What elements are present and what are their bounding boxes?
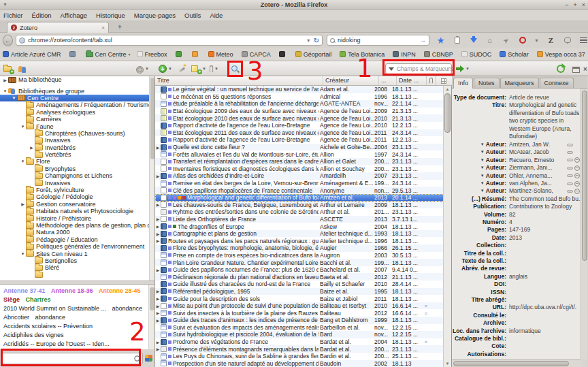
chat-icon[interactable] [563,36,572,45]
downloads-icon[interactable] [469,36,478,45]
item-expander-icon[interactable] [155,310,161,315]
hamburger-menu-icon[interactable] [579,36,588,45]
field-twisty-icon[interactable] [480,141,485,148]
field-value[interactable]: http://dpc.uba.uva.nl/cgi/t/. [509,304,581,311]
item-row[interactable]: Guide des papillons nocturnes de France:… [155,266,444,274]
column-header-creator[interactable]: Créateur [323,76,379,85]
twisty-icon[interactable] [2,78,8,82]
bookmark-item[interactable]: Vespa occa 37 [537,51,587,58]
collection-row[interactable]: Bertignolles [0,257,154,264]
item-expander-icon[interactable] [155,296,161,301]
item-expander-icon[interactable] [155,174,161,178]
field-value[interactable]: Contributions to Zoology [509,203,581,210]
menu-item[interactable]: Outils [184,12,201,19]
field-value[interactable] [509,319,581,327]
remove-creator-icon[interactable]: − [574,181,580,187]
twisty-icon[interactable] [2,89,8,93]
field-value[interactable]: informatique [509,328,581,335]
bookmark-item[interactable]: Scholar [500,51,531,58]
toggle-fullscreen-button[interactable] [572,63,580,74]
bookmark-item[interactable] [192,51,202,57]
collection-row[interactable]: Cen Centre [0,95,154,101]
tab-close-icon[interactable]: × [101,25,105,31]
field-value[interactable]: Recuero, Ernesto [509,157,567,164]
reload-icon[interactable]: ↻ [314,37,319,44]
item-expander-icon[interactable] [155,304,161,308]
collection-row-my-library[interactable]: Ma bibliothèque [0,76,154,83]
site-identity-icon[interactable] [19,37,25,44]
item-row[interactable]: Liste des Orthoptères de France ASCETE 2… [155,216,444,223]
collection-row[interactable]: Natura 2000 [0,229,154,236]
new-tab-button[interactable]: + [114,23,125,32]
collection-row[interactable]: Géologie / Pédologie [0,193,154,200]
collection-row[interactable]: Champignons et Lichens [0,172,154,179]
field-twisty-icon[interactable] [480,148,485,156]
column-header-date[interactable]: Date ... [397,76,427,85]
twisty-icon[interactable] [20,159,26,163]
item-row[interactable]: Guide pour la description des sols Baize… [155,295,444,302]
bookmark-item[interactable] [279,51,289,57]
maximize-button[interactable]: + [573,1,576,8]
window-shade-icon[interactable]: ▼ [3,2,7,7]
tag-search-icon[interactable] [134,355,140,361]
field-value[interactable]: Article de revue [509,94,581,101]
collection-row[interactable]: Vertébrés [0,151,154,158]
item-row[interactable]: Forêts alluviales et îles du Val de Mont… [155,150,444,158]
collection-row[interactable]: Bryophytes [0,165,154,172]
quick-search-dropdown-icon[interactable] [389,67,394,71]
twisty-icon[interactable] [20,252,26,256]
creator-drag-handle[interactable] [567,159,573,161]
sync-button[interactable] [557,63,565,74]
item-expander-icon[interactable] [155,232,161,236]
field-value[interactable]: Arntzen, Jan W. [509,141,567,148]
item-expander-icon[interactable] [155,145,161,150]
field-value[interactable] [509,312,581,319]
collection-row[interactable]: Habitats naturels et Phytosociologie [0,208,154,214]
item-row[interactable]: Rapport d'activité de l'agence de l'eau … [155,136,444,144]
home-icon[interactable]: ⌂ [485,36,494,45]
item-row[interactable]: Suivi et évaluation des impacts des amén… [155,324,444,332]
menu-item[interactable]: Édition [32,12,52,19]
item-row[interactable]: Déclinaison régionale du plan national d… [155,273,444,281]
scroll-up-icon[interactable]: ▲ [444,86,451,93]
field-twisty-icon[interactable] [480,187,485,195]
menu-item[interactable]: Affichage [61,12,87,19]
item-row[interactable]: Les Puys du Chinonais, suivi de la Sabli… [155,353,444,360]
tag[interactable]: abondance [35,313,66,322]
column-header-attachment[interactable] [427,76,436,85]
item-row[interactable]: Quelle est donc cette fleur ? Aichele et… [155,144,444,151]
item-row[interactable]: Prise en compte de trois espèces bio-ind… [155,252,444,259]
field-value[interactable] [509,250,581,257]
minimize-button[interactable]: − [565,1,568,8]
field-value[interactable] [509,257,581,265]
field-value[interactable] [509,342,581,350]
collection-row[interactable]: Bibliothèques de groupe [0,87,154,94]
menu-item[interactable]: Historique [96,12,125,19]
field-value[interactable]: anglais [509,273,581,281]
creator-drag-handle[interactable] [567,182,573,185]
scroll-thumb[interactable] [444,93,451,133]
close-zotero-button[interactable]: × [583,63,587,74]
collection-row[interactable]: Forêt, sylviculture [0,187,154,193]
field-twisty-icon[interactable] [480,164,485,172]
field-value[interactable]: Martínez-Solano, [509,187,567,195]
quick-search-box[interactable]: Champs & Marqueurs [385,63,452,74]
creator-drag-handle[interactable] [567,144,573,146]
field-value[interactable] [509,296,581,304]
collection-row[interactable]: Aménagements / Fréquentation / Tourisme [0,101,154,108]
item-row[interactable]: Ryhtme des entrées/sorties dans une colo… [155,208,444,216]
item-row[interactable]: The dragonflies of Europe Askew 2004 18.… [155,223,444,230]
tag[interactable]: Chartres [26,296,51,304]
search-icon[interactable] [330,38,335,43]
twisty-icon[interactable] [11,96,17,100]
item-row[interactable]: Transfert et réimplantation d'espèces ra… [155,158,444,165]
column-header-title[interactable]: Titre [155,76,323,85]
field-value[interactable]: Ziermann, Jani... [509,164,567,172]
new-note-button[interactable]: +▼ [191,63,206,74]
zotero-save-caret-icon[interactable]: ▼ [534,38,539,43]
creator-drag-handle[interactable] [567,174,573,177]
tag[interactable]: Accidents scolaires -- Prévention [3,322,93,331]
item-expander-icon[interactable] [155,202,161,207]
bookmark-item[interactable]: Freebox [137,51,169,58]
item-row[interactable]: Atlas des orchidées d'Indre-et-Loire Ama… [155,172,444,180]
